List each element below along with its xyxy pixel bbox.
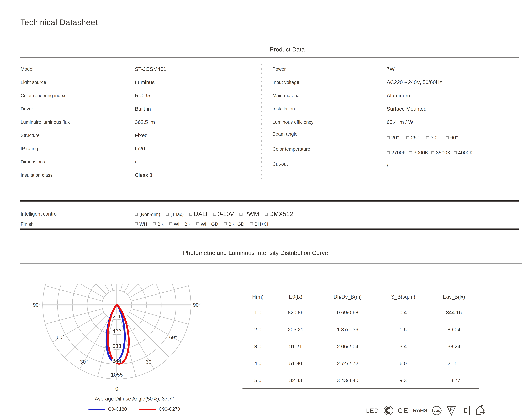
spec-row: Main materialAluminum bbox=[273, 89, 522, 102]
table-cell: 91.21 bbox=[273, 338, 318, 355]
spec-column-right: Power7WInput voltageAC220～240V, 50/60HzM… bbox=[273, 62, 522, 178]
table-cell: 38.24 bbox=[429, 338, 479, 355]
legend-label: C90-C270 bbox=[159, 406, 180, 412]
intelligent-control-options: (Non-dim)(Triac)DALI0-10VPWMDMX512 bbox=[135, 210, 299, 217]
spec-label: Driver bbox=[21, 106, 135, 112]
legend-swatch bbox=[88, 409, 105, 410]
checkbox-icon[interactable] bbox=[153, 222, 156, 225]
checkbox-icon[interactable] bbox=[213, 212, 216, 216]
checkbox-option-label: 20° bbox=[391, 135, 399, 140]
checkbox-option-label: (Non-dim) bbox=[139, 212, 160, 217]
spec-row: Insulation classClass 3 bbox=[21, 168, 257, 182]
checkbox-icon[interactable] bbox=[224, 222, 227, 225]
table-cell: 1.37/1.36 bbox=[318, 321, 377, 338]
table-cell: 1.5 bbox=[377, 321, 429, 338]
checkbox-option: 30° bbox=[426, 135, 438, 140]
radial-tick-label: 844 bbox=[112, 358, 121, 364]
angle-label-left-90: 90° bbox=[33, 302, 41, 308]
checkbox-icon[interactable] bbox=[454, 151, 456, 154]
checkbox-icon[interactable] bbox=[409, 151, 412, 154]
spec-label: Color temperature bbox=[273, 144, 387, 152]
table-row: 2.0205.211.37/1.361.586.04 bbox=[242, 321, 479, 338]
spec-label: Luminous efficiency bbox=[273, 119, 387, 125]
legend-label: C0-C180 bbox=[108, 406, 127, 412]
checkbox-icon[interactable] bbox=[407, 136, 409, 139]
spec-value: Surface Mounted bbox=[387, 106, 427, 112]
checkbox-icon[interactable] bbox=[446, 136, 449, 139]
checkbox-icon[interactable] bbox=[169, 222, 172, 225]
checkbox-option: DMX512 bbox=[265, 210, 293, 217]
spec-label: Main material bbox=[273, 93, 387, 98]
table-cell: 21.51 bbox=[429, 355, 479, 372]
checkbox-option: DALI bbox=[189, 210, 207, 217]
spec-row: Color rendering indexRa≥95 bbox=[21, 89, 257, 102]
table-cell: 13.77 bbox=[429, 372, 479, 389]
spec-row: ModelST-JGSM401 bbox=[21, 62, 257, 76]
spec-label: Model bbox=[21, 66, 135, 72]
checkbox-icon[interactable] bbox=[387, 136, 390, 139]
spec-label: Luminaire luminous flux bbox=[21, 119, 135, 125]
checkbox-icon[interactable] bbox=[250, 222, 253, 225]
table-cell: 2.74/2.72 bbox=[318, 355, 377, 372]
spec-value: ST-JGSM401 bbox=[135, 66, 166, 72]
spec-label: Power bbox=[273, 66, 387, 72]
spec-row: Cut-out/– bbox=[273, 159, 522, 178]
divider-top bbox=[20, 39, 519, 39]
checkbox-icon[interactable] bbox=[166, 212, 169, 216]
spec-row: Light sourceLuminus bbox=[21, 76, 257, 89]
chart-legend: C0-C180C90-C270 bbox=[60, 406, 208, 412]
table-cell: 205.21 bbox=[273, 321, 318, 338]
table-cell: 2.0 bbox=[242, 321, 273, 338]
spec-label: IP rating bbox=[21, 146, 135, 151]
intelligent-control-label: Intelligent control bbox=[21, 211, 135, 217]
table-cell: 820.86 bbox=[273, 304, 318, 321]
spec-label: Insulation class bbox=[21, 173, 135, 178]
photometric-polar-chart: 211422633844105590°60°30°030°60°90° bbox=[20, 271, 214, 402]
angle-label-right-30: 30° bbox=[146, 359, 154, 365]
checkbox-option: (Triac) bbox=[166, 212, 184, 217]
angle-label-right-90: 90° bbox=[193, 302, 201, 308]
checkbox-option: PWM bbox=[240, 210, 259, 217]
checkbox-icon[interactable] bbox=[431, 151, 434, 154]
table-cell: 2.06/2.04 bbox=[318, 338, 377, 355]
spec-value: Fixed bbox=[135, 132, 148, 138]
table-row: 3.091.212.06/2.043.438.24 bbox=[242, 338, 479, 355]
checkbox-option-label: (Triac) bbox=[170, 212, 184, 217]
table-column-header: E0(lx) bbox=[273, 290, 318, 304]
spec-value: Ip20 bbox=[135, 145, 145, 152]
divider-photometric bbox=[20, 263, 522, 264]
checkbox-icon[interactable] bbox=[426, 136, 429, 139]
checkbox-option-label: 4000K bbox=[458, 150, 473, 155]
checkbox-option: (Non-dim) bbox=[135, 212, 160, 217]
table-cell: 9.3 bbox=[377, 372, 429, 389]
table-cell: 3.4 bbox=[377, 338, 429, 355]
angle-label-nadir: 0 bbox=[115, 386, 118, 392]
table-cell: 51.30 bbox=[273, 355, 318, 372]
spec-value: Aluminum bbox=[387, 93, 410, 99]
divider-controls-top bbox=[20, 200, 519, 201]
checkbox-option-label: BK bbox=[157, 222, 164, 227]
checkbox-group: 20°25°30°60° bbox=[387, 129, 465, 140]
checkbox-icon[interactable] bbox=[196, 222, 199, 225]
checkbox-option: 60° bbox=[446, 135, 458, 140]
table-column-header: Dh/Dv_B(m) bbox=[318, 290, 377, 304]
checkbox-icon[interactable] bbox=[265, 212, 268, 216]
angle-label-right-60: 60° bbox=[169, 334, 177, 340]
checkbox-icon[interactable] bbox=[135, 212, 138, 216]
checkbox-icon[interactable] bbox=[189, 212, 192, 216]
spec-label: Input voltage bbox=[273, 80, 387, 85]
table-column-header: H(m) bbox=[242, 290, 273, 304]
checkbox-option-label: 25° bbox=[411, 135, 419, 140]
table-cell: 0.69/0.68 bbox=[318, 304, 377, 321]
checkbox-icon[interactable] bbox=[240, 212, 242, 216]
table-column-header: S_B(sq.m) bbox=[377, 290, 429, 304]
spec-row: DriverBuilt-in bbox=[21, 102, 257, 116]
checkbox-icon[interactable] bbox=[387, 151, 390, 154]
angle-label-left-30: 30° bbox=[80, 359, 88, 365]
checkbox-option-label: 60° bbox=[450, 135, 458, 140]
checkbox-icon[interactable] bbox=[135, 222, 138, 225]
rohs-icon: RoHS bbox=[413, 408, 428, 414]
ccc-icon bbox=[383, 405, 394, 416]
radial-tick-label: 1055 bbox=[111, 372, 123, 378]
table-row: 4.051.302.74/2.726.021.51 bbox=[242, 355, 479, 372]
